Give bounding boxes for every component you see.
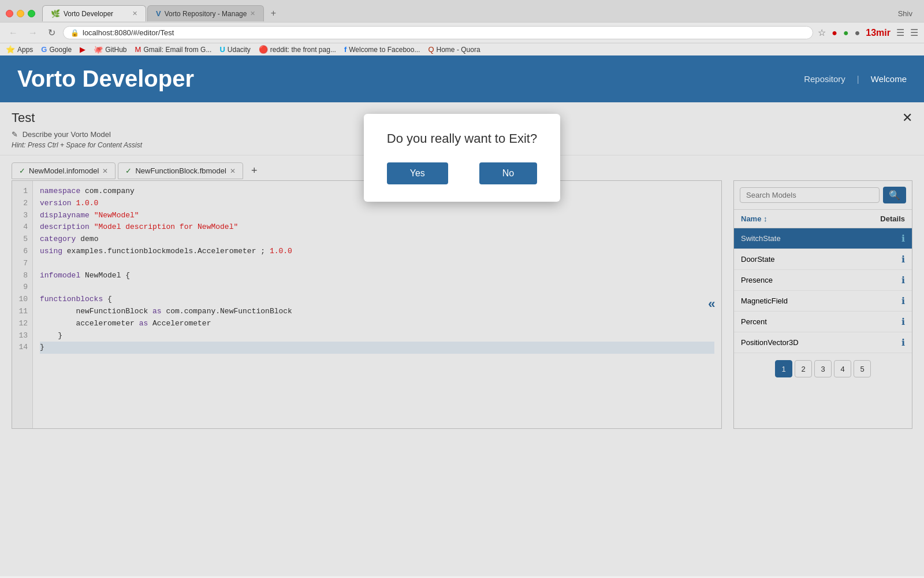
tab-close-1[interactable]: ✕: [132, 10, 137, 17]
gmail-favicon: M: [135, 45, 141, 54]
bookmarks-bar: ⭐ Apps G Google ▶ 🐙 GitHub M Gmail: Emai…: [0, 43, 924, 55]
addon-icon[interactable]: ●: [832, 28, 837, 38]
addon3-icon[interactable]: ●: [855, 28, 860, 38]
nav-repository[interactable]: Repository: [804, 74, 845, 84]
tab-favicon-1: 🌿: [51, 9, 60, 18]
github-favicon: 🐙: [94, 45, 103, 54]
google-favicon: G: [41, 45, 47, 54]
lock-icon: 🔒: [70, 29, 79, 37]
traffic-light-minimize[interactable]: [17, 10, 24, 17]
modal-buttons: Yes No: [387, 162, 537, 184]
tab-close-2[interactable]: ✕: [250, 10, 255, 17]
browser-user: Shiv: [898, 9, 918, 18]
addon5-icon[interactable]: ☰: [896, 27, 904, 38]
browser-chrome: 🌿 Vorto Developer ✕ V Vorto Repository -…: [0, 0, 924, 55]
bookmark-reddit[interactable]: 🔴 reddit: the front pag...: [259, 45, 336, 54]
url-text: localhost:8080/#/editor/Test: [83, 28, 806, 37]
bookmark-youtube[interactable]: ▶: [80, 45, 85, 54]
tab-title-1: Vorto Developer: [64, 10, 129, 18]
modal-title: Do you really want to Exit?: [387, 131, 537, 146]
bookmark-github-label: GitHub: [105, 46, 126, 54]
bookmark-udacity[interactable]: U Udacity: [219, 45, 250, 54]
browser-tab-1[interactable]: 🌿 Vorto Developer ✕: [42, 5, 146, 21]
traffic-lights: [6, 10, 35, 17]
star-icon[interactable]: ☆: [818, 27, 826, 38]
traffic-light-close[interactable]: [6, 10, 13, 17]
bookmark-apps-label: Apps: [17, 46, 33, 54]
forward-button[interactable]: →: [25, 27, 40, 39]
apps-favicon: ⭐: [6, 45, 15, 54]
bookmark-quora-label: Home - Quora: [437, 46, 480, 54]
bookmark-github[interactable]: 🐙 GitHub: [94, 45, 126, 54]
bookmark-udacity-label: Udacity: [228, 46, 251, 54]
header-nav: Repository | Welcome: [804, 74, 907, 84]
bookmark-google-label: Google: [49, 46, 72, 54]
app-header: Vorto Developer Repository | Welcome: [0, 55, 924, 102]
reddit-favicon: 🔴: [259, 45, 268, 54]
bookmark-apps[interactable]: ⭐ Apps: [6, 45, 33, 54]
youtube-favicon: ▶: [80, 45, 85, 54]
udacity-favicon: U: [219, 45, 225, 54]
facebook-favicon: f: [344, 45, 346, 54]
quora-favicon: Q: [428, 45, 434, 54]
new-tab-button[interactable]: +: [265, 5, 281, 21]
bookmark-facebook-label: Welcome to Faceboo...: [349, 46, 420, 54]
url-bar[interactable]: 🔒 localhost:8080/#/editor/Test: [63, 26, 813, 39]
bookmark-google[interactable]: G Google: [41, 45, 72, 54]
modal-overlay: Do you really want to Exit? Yes No: [0, 102, 924, 576]
modal-no-button[interactable]: No: [479, 162, 537, 184]
app-title: Vorto Developer: [17, 66, 194, 92]
main-content: Test ✎ Describe your Vorto Model Hint: P…: [0, 102, 924, 576]
traffic-light-fullscreen[interactable]: [28, 10, 35, 17]
welcome-text: Welcome: [871, 74, 907, 84]
bookmark-quora[interactable]: Q Home - Quora: [428, 45, 480, 54]
modal-yes-button[interactable]: Yes: [387, 162, 448, 184]
bookmark-gmail[interactable]: M Gmail: Email from G...: [135, 45, 212, 54]
addon4-icon[interactable]: 13mir: [866, 28, 891, 38]
addon2-icon[interactable]: ●: [843, 28, 849, 38]
tab-favicon-2: V: [156, 9, 161, 18]
browser-tab-2[interactable]: V Vorto Repository - Manage ✕: [147, 5, 264, 21]
browser-tabs: 🌿 Vorto Developer ✕ V Vorto Repository -…: [42, 5, 281, 21]
bookmark-facebook[interactable]: f Welcome to Faceboo...: [344, 45, 420, 54]
back-button[interactable]: ←: [6, 27, 21, 39]
browser-nav-icons: ☆ ● ● ● 13mir ☰ ☰: [818, 27, 918, 38]
bookmark-reddit-label: reddit: the front pag...: [270, 46, 336, 54]
tab-bar: 🌿 Vorto Developer ✕ V Vorto Repository -…: [0, 0, 924, 22]
bookmark-gmail-label: Gmail: Email from G...: [143, 46, 211, 54]
exit-modal: Do you really want to Exit? Yes No: [364, 114, 560, 202]
reload-button[interactable]: ↻: [45, 26, 58, 39]
menu-icon[interactable]: ☰: [910, 27, 918, 38]
address-bar: ← → ↻ 🔒 localhost:8080/#/editor/Test ☆ ●…: [0, 22, 924, 43]
tab-title-2: Vorto Repository - Manage: [165, 10, 247, 18]
